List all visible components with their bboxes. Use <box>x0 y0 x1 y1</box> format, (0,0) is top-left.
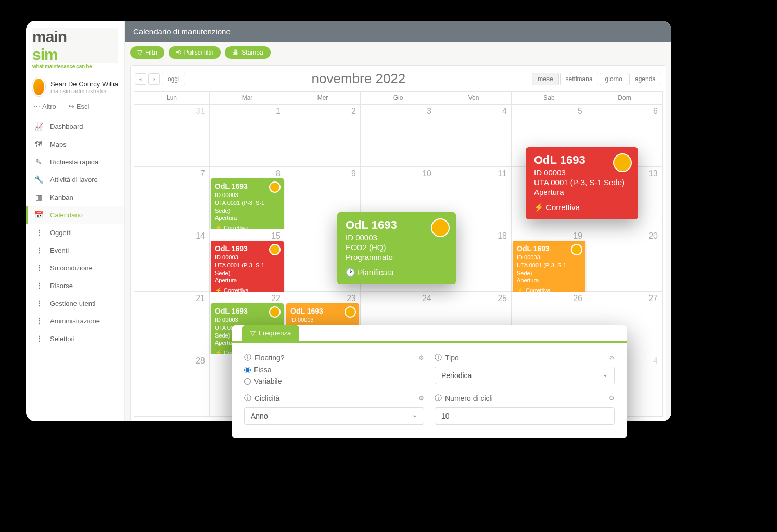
dots-icon: ⋮ <box>34 246 43 254</box>
clear-filters-button[interactable]: ⟲ Pulisci filtri <box>169 46 221 59</box>
event-location: UTA 0001 (P-3, S-1 Sede) <box>517 262 581 277</box>
day-cell[interactable]: 14 <box>134 229 210 292</box>
day-number: 21 <box>196 294 205 303</box>
day-number: 27 <box>648 294 658 303</box>
gear-icon[interactable]: ⚙ <box>609 354 615 361</box>
nav-item-eventi[interactable]: ⋮Eventi <box>26 241 124 259</box>
radio-variable[interactable]: Variabile <box>244 377 424 385</box>
radio-fixed[interactable]: Fissa <box>244 366 424 374</box>
nav-item-risorse[interactable]: ⋮Risorse <box>26 277 124 294</box>
nav-item-maps[interactable]: 🗺Maps <box>26 135 124 153</box>
print-button[interactable]: 🖶 Stampa <box>225 46 270 59</box>
prev-button[interactable]: ‹ <box>135 73 146 85</box>
dots-icon: ⋮ <box>34 317 43 325</box>
day-number: 1 <box>276 107 281 116</box>
nav-item-richiesta-rapida[interactable]: ✎Richiesta rapida <box>26 153 124 171</box>
day-number: 9 <box>351 169 356 178</box>
numcycles-input[interactable] <box>435 407 615 425</box>
day-cell[interactable]: 15OdL 1693ID 00003UTA 0001 (P-3, S-1 Sed… <box>210 229 285 292</box>
dots-icon: ⋮ <box>34 334 43 343</box>
bolt-icon: ⚡ <box>534 203 544 212</box>
nav-item-calendario[interactable]: 📅Calendario <box>26 206 124 224</box>
columns-icon: ▥ <box>34 193 43 201</box>
day-header: Lun <box>134 92 210 105</box>
calendar-icon: 📅 <box>34 211 43 219</box>
day-cell[interactable]: 3 <box>361 105 436 167</box>
event-card-large[interactable]: OdL 1693ID 00003ECO2 (HQ)Programmato🕑 Pi… <box>337 212 456 284</box>
nav-item-gestione-utenti[interactable]: ⋮Gestione utenti <box>26 294 124 312</box>
day-number: 3 <box>427 107 431 116</box>
exit-button[interactable]: ↪ Esci <box>69 102 90 110</box>
user-name: Sean De Courcy Willia <box>50 80 118 88</box>
day-number: 24 <box>422 294 431 303</box>
event-status: Apertura <box>215 277 279 284</box>
event-card-large[interactable]: OdL 1693ID 00003UTA 0001 (P-3, S-1 Sede)… <box>526 147 638 219</box>
view-week[interactable]: settimana <box>560 73 598 85</box>
next-button[interactable]: › <box>148 73 160 85</box>
day-cell[interactable]: 4 <box>436 105 512 167</box>
event-avatar-icon <box>269 181 281 193</box>
sidebar-top-actions: ⋯ Altro ↪ Esci <box>26 99 124 115</box>
day-cell[interactable]: 19OdL 1693ID 00003UTA 0001 (P-3, S-1 Sed… <box>512 229 587 292</box>
event-card[interactable]: OdL 1693ID 00003UTA 0001 (P-3, S-1 Sede)… <box>513 241 585 297</box>
nav-label: Dashboard <box>50 123 83 131</box>
cyclicity-select[interactable]: Anno <box>244 407 424 425</box>
nav-label: Richiesta rapida <box>50 158 98 166</box>
event-id: ID 00003 <box>290 316 355 324</box>
day-number: 31 <box>196 107 205 116</box>
nav-item-kanban[interactable]: ▥Kanban <box>26 188 124 206</box>
day-cell[interactable]: 20 <box>587 229 663 292</box>
nav-item-selettori[interactable]: ⋮Selettori <box>26 330 124 347</box>
event-avatar-icon <box>431 218 450 237</box>
more-button[interactable]: ⋯ Altro <box>33 102 56 110</box>
day-number: 25 <box>498 294 507 303</box>
dots-icon: ⋮ <box>34 228 43 237</box>
day-cell[interactable]: 28 <box>134 354 210 417</box>
type-select[interactable]: Periodica <box>435 367 615 384</box>
nav-item-dashboard[interactable]: 📈Dashboard <box>26 118 124 135</box>
event-card[interactable]: OdL 1693ID 00003UTA 0001 (P-3, S-1 Sede)… <box>211 241 284 297</box>
day-cell[interactable]: 2 <box>285 105 361 167</box>
day-number: 13 <box>648 169 658 178</box>
floating-field: ⓘ Floating?⚙ Fissa Variabile <box>244 353 424 385</box>
event-card[interactable]: OdL 1693ID 00003UTA 0001 (P-3, S-1 Sede)… <box>211 178 284 235</box>
day-cell[interactable]: 8OdL 1693ID 00003UTA 0001 (P-3, S-1 Sede… <box>210 167 285 229</box>
info-icon: ⓘ <box>435 353 442 362</box>
gear-icon[interactable]: ⚙ <box>418 354 424 361</box>
nav-item-su-condizione[interactable]: ⋮Su condizione <box>26 259 124 277</box>
event-avatar-icon <box>269 244 281 255</box>
day-cell[interactable]: 31 <box>134 105 210 167</box>
view-day[interactable]: giorno <box>600 73 628 85</box>
event-status: Apertura <box>517 277 581 284</box>
chart-icon: 📈 <box>34 122 43 131</box>
user-role: mainsim administrator <box>50 88 118 94</box>
event-card[interactable]: OdL 1693ID 00003 <box>286 303 359 327</box>
event-avatar-icon <box>613 153 632 172</box>
day-header: Sab <box>512 92 587 105</box>
gear-icon[interactable]: ⚙ <box>609 395 615 402</box>
user-block[interactable]: Sean De Courcy Willia mainsim administra… <box>26 72 124 99</box>
filters-button[interactable]: ▽ Filtri <box>130 46 164 59</box>
nav-label: Selettori <box>50 335 75 343</box>
frequency-tab[interactable]: ▽ Frequenza <box>242 325 299 341</box>
event-id: ID 00003 <box>215 254 279 262</box>
day-number: 14 <box>196 231 205 241</box>
view-agenda[interactable]: agenda <box>629 73 661 85</box>
nav-item-oggetti[interactable]: ⋮Oggetti <box>26 224 124 241</box>
day-number: 23 <box>347 294 356 303</box>
event-id: ID 00003 <box>215 316 279 324</box>
day-cell[interactable]: 1 <box>210 105 285 167</box>
day-number: 20 <box>648 231 658 241</box>
event-avatar-icon <box>269 306 281 318</box>
day-cell[interactable]: 21 <box>134 292 210 354</box>
event-location: ECO2 (HQ) <box>346 243 448 252</box>
info-icon: ⓘ <box>435 394 442 403</box>
today-button[interactable]: oggi <box>162 73 185 85</box>
nav-item-attività-di-lavoro[interactable]: 🔧Attività di lavoro <box>26 171 124 188</box>
day-cell[interactable]: 7 <box>134 167 210 229</box>
nav-item-amministrazione[interactable]: ⋮Amministrazione <box>26 312 124 330</box>
gear-icon[interactable]: ⚙ <box>418 395 424 402</box>
event-status: Apertura <box>534 188 630 197</box>
day-number: 8 <box>276 169 281 178</box>
view-month[interactable]: mese <box>532 73 558 85</box>
